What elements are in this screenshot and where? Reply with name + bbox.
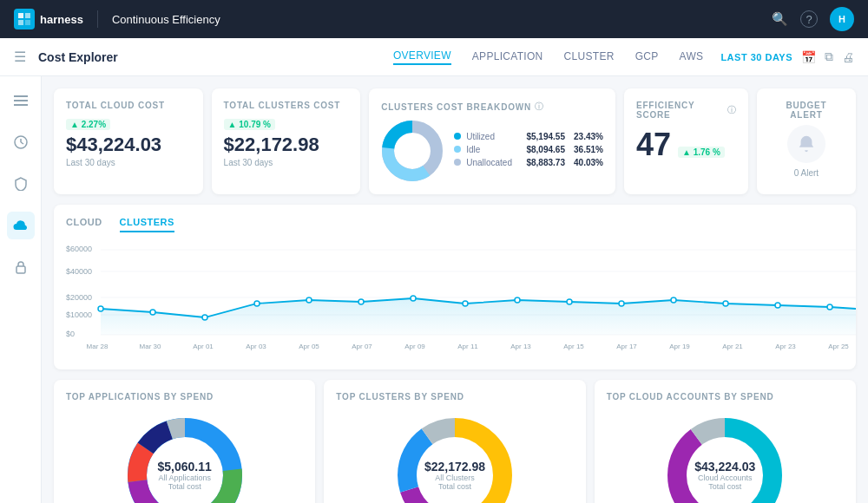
- sidebar-item-lock[interactable]: [7, 253, 35, 281]
- breakdown-card: CLUSTERS COST BREAKDOWN ⓘ: [369, 88, 615, 194]
- svg-point-39: [827, 304, 832, 310]
- top-cloud-donut: $43,224.03 Cloud Accounts Total cost: [607, 410, 844, 503]
- chart-tab-cloud[interactable]: CLOUD: [66, 217, 102, 232]
- menu-icon[interactable]: ☰: [14, 49, 26, 65]
- budget-bell-icon: [787, 125, 825, 163]
- clusters-donut-value: $22,172.98: [424, 460, 485, 474]
- svg-point-35: [619, 301, 624, 306]
- unallocated-value: $8,883.73: [517, 158, 565, 167]
- svg-point-30: [358, 299, 364, 304]
- idle-pct: 36.51%: [570, 145, 603, 154]
- page-title: Cost Explorer: [38, 50, 393, 64]
- total-cloud-sub: Last 30 days: [66, 158, 191, 167]
- unallocated-pct: 40.03%: [570, 158, 603, 167]
- total-clusters-sub: Last 30 days: [224, 158, 349, 167]
- total-clusters-badge: ▲ 10.79 %: [224, 119, 275, 130]
- tab-cluster[interactable]: CLUSTER: [564, 50, 615, 64]
- budget-title: BUDGET ALERT: [769, 101, 844, 120]
- date-range[interactable]: LAST 30 DAYS: [720, 52, 792, 62]
- svg-text:Mar 30: Mar 30: [140, 343, 161, 350]
- svg-rect-0: [18, 13, 23, 18]
- svg-point-29: [306, 297, 312, 303]
- total-clusters-title: TOTAL CLUSTERS COST: [224, 101, 349, 110]
- unallocated-dot: [454, 159, 461, 166]
- search-icon[interactable]: 🔍: [772, 11, 788, 27]
- svg-point-33: [515, 297, 520, 303]
- cloud-donut-sub2: Total cost: [694, 482, 755, 491]
- tab-application[interactable]: APPLICATION: [472, 50, 543, 64]
- nav-tabs: OVERVIEW APPLICATION CLUSTER GCP AWS: [393, 49, 703, 65]
- svg-point-31: [411, 296, 416, 301]
- total-cloud-cost-card: TOTAL CLOUD COST ▲ 2.27% $43,224.03 Last…: [54, 88, 203, 194]
- cloud-donut-sub1: Cloud Accounts: [694, 474, 755, 482]
- logo-text: harness: [40, 13, 83, 26]
- copy-icon[interactable]: ⧉: [825, 49, 833, 64]
- nav-divider: [97, 10, 98, 28]
- svg-text:Apr 07: Apr 07: [352, 343, 372, 350]
- svg-text:Apr 25: Apr 25: [828, 343, 849, 350]
- apps-donut-sub2: Total cost: [158, 482, 212, 491]
- apps-donut-label: $5,060.11 All Applications Total cost: [158, 460, 212, 491]
- trend-line-chart: $60000 $40000 $20000 $10000 $0: [66, 241, 856, 354]
- tab-aws[interactable]: AWS: [680, 50, 704, 64]
- utilized-pct: 23.43%: [570, 132, 603, 141]
- top-cloud-card: TOP CLOUD ACCOUNTS BY SPEND $43,224.03 C…: [595, 380, 856, 503]
- clusters-donut-sub1: All Clusters: [424, 474, 485, 482]
- legend-utilized: Utilized $5,194.55 23.43%: [454, 132, 603, 141]
- idle-label: Idle: [466, 145, 512, 154]
- user-avatar[interactable]: H: [830, 7, 854, 31]
- svg-text:Apr 19: Apr 19: [669, 343, 690, 350]
- sidebar-item-history[interactable]: [7, 128, 35, 156]
- cloud-donut-value: $43,224.03: [694, 460, 755, 474]
- svg-rect-1: [25, 13, 30, 18]
- svg-rect-4: [14, 95, 28, 97]
- svg-text:$0: $0: [66, 330, 75, 338]
- utilized-value: $5,194.55: [517, 132, 565, 141]
- total-cloud-badge: ▲ 2.27%: [66, 119, 110, 130]
- svg-text:Apr 15: Apr 15: [563, 343, 584, 350]
- nav-right-controls: LAST 30 DAYS 📅 ⧉ 🖨: [720, 49, 854, 64]
- top-apps-donut: $5,060.11 All Applications Total cost: [66, 410, 303, 503]
- svg-text:Apr 05: Apr 05: [299, 343, 319, 350]
- total-cloud-value: $43,224.03: [66, 134, 191, 156]
- svg-rect-6: [14, 104, 28, 106]
- unallocated-label: Unallocated: [466, 158, 512, 167]
- secondary-nav: ☰ Cost Explorer OVERVIEW APPLICATION CLU…: [0, 38, 868, 76]
- trend-chart-card: CLOUD CLUSTERS $60000 $40000 $20000 $100…: [54, 205, 856, 369]
- total-clusters-value: $22,172.98: [224, 134, 349, 156]
- svg-text:Apr 23: Apr 23: [775, 343, 796, 350]
- print-icon[interactable]: 🖨: [842, 50, 854, 64]
- top-nav: harness Continuous Efficiency 🔍 ? H: [0, 0, 868, 38]
- utilized-label: Utilized: [466, 132, 512, 141]
- clusters-donut-sub2: Total cost: [424, 482, 485, 491]
- svg-text:$60000: $60000: [66, 245, 92, 253]
- svg-text:Apr 01: Apr 01: [193, 343, 214, 350]
- chart-tab-clusters[interactable]: CLUSTERS: [120, 217, 174, 232]
- sidebar-item-security[interactable]: [7, 170, 35, 198]
- tab-overview[interactable]: OVERVIEW: [393, 49, 451, 65]
- svg-text:Apr 03: Apr 03: [246, 343, 266, 350]
- sidebar-item-menu[interactable]: [7, 87, 35, 114]
- harness-logo: harness: [14, 9, 83, 29]
- svg-line-9: [21, 142, 23, 144]
- total-clusters-cost-card: TOTAL CLUSTERS COST ▲ 10.79 % $22,172.98…: [212, 88, 361, 194]
- main-content: TOTAL CLOUD COST ▲ 2.27% $43,224.03 Last…: [42, 76, 868, 503]
- svg-text:$20000: $20000: [66, 293, 92, 302]
- tab-gcp[interactable]: GCP: [635, 50, 659, 64]
- svg-point-26: [150, 310, 155, 315]
- svg-point-34: [567, 299, 572, 304]
- sidebar-item-cloud[interactable]: [7, 212, 35, 239]
- svg-text:Mar 28: Mar 28: [87, 343, 108, 350]
- budget-card: BUDGET ALERT 0 Alert: [757, 88, 856, 194]
- efficiency-card: EFFICIENCY SCORE ⓘ 47 ▲ 1.76 %: [624, 88, 748, 194]
- efficiency-info-icon: ⓘ: [727, 104, 736, 116]
- utilized-dot: [454, 133, 461, 140]
- breakdown-info-icon: ⓘ: [535, 101, 543, 113]
- svg-text:Apr 11: Apr 11: [457, 343, 478, 350]
- chart-area: $60000 $40000 $20000 $10000 $0: [66, 241, 844, 357]
- calendar-icon[interactable]: 📅: [801, 50, 816, 64]
- help-icon[interactable]: ?: [800, 10, 818, 28]
- svg-text:$10000: $10000: [66, 310, 92, 319]
- clusters-donut-label: $22,172.98 All Clusters Total cost: [424, 460, 485, 491]
- breakdown-content: Utilized $5,194.55 23.43% Idle $8,094.65…: [381, 120, 603, 182]
